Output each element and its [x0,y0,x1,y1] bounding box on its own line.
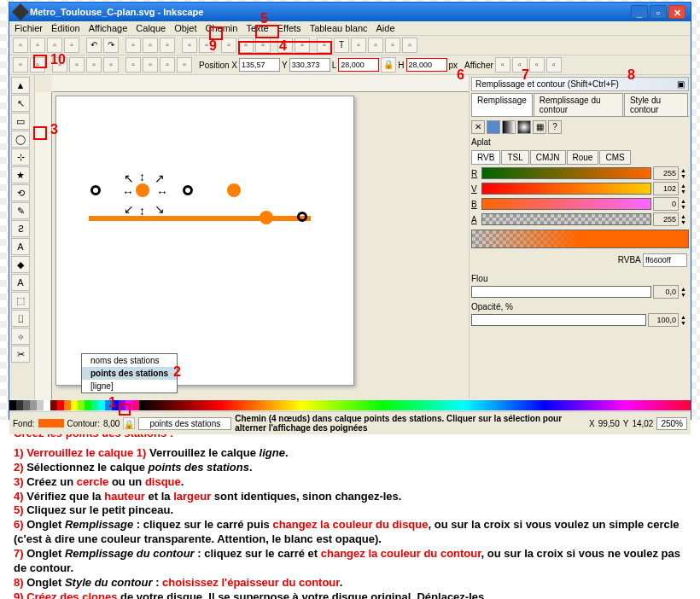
tab-stroke-style[interactable]: Style du contour [624,93,688,116]
tool-fill[interactable]: ✂ [11,346,30,363]
a-value[interactable]: 255 [653,212,679,226]
aff-4[interactable]: ▫ [546,57,562,73]
save-button[interactable]: ▫ [47,38,62,53]
colormode-hsl[interactable]: TSL [501,150,528,165]
sel-tool-icon2[interactable]: ▫ [30,57,45,73]
station-disc-2[interactable] [227,183,241,197]
tool-text[interactable]: A [11,274,30,291]
opacity-slider[interactable] [471,314,646,326]
line-endpoint-circle[interactable] [297,212,307,222]
pos-y-input[interactable] [289,58,330,72]
rgba-input[interactable] [643,253,687,267]
menu-text[interactable]: Texte [246,23,268,33]
menu-edit[interactable]: Édition [51,23,80,33]
bottom-button[interactable]: ▫ [177,57,192,73]
xml-dialog-button[interactable]: ▫ [351,38,366,53]
menu-layer[interactable]: Calque [136,23,166,33]
panel-close-icon[interactable]: ▣ [677,79,685,89]
b-spin[interactable]: ▲▼ [680,198,689,210]
tool-3dbox[interactable]: ⊹ [11,148,30,166]
lower-button[interactable]: ▫ [143,57,158,73]
selection-handles[interactable]: ↖↕↗ ↔↔ ↙↕↘ [127,175,158,206]
doc-prefs-button[interactable]: ▫ [402,38,417,53]
zoom-value[interactable]: 250% [656,417,687,430]
print-button[interactable]: ▫ [64,38,79,53]
contour-value[interactable]: 8,00 [103,419,120,428]
top-button[interactable]: ▫ [160,57,175,73]
colormode-wheel[interactable]: Roue [567,150,599,165]
tool-bezier[interactable]: A [11,238,30,255]
lock-wh-icon[interactable]: 🔒 [381,57,396,73]
blur-value[interactable]: 0,0 [653,285,679,299]
aff-2[interactable]: ▫ [512,57,528,73]
aff-1[interactable]: ▫ [495,57,510,73]
r-spin[interactable]: ▲▼ [680,167,689,179]
tool-star[interactable]: ⟲ [11,184,30,201]
layer-opt-names[interactable]: noms des stations [82,354,177,367]
fill-pattern[interactable]: ▦ [533,120,546,134]
opacity-spin[interactable]: ▲▼ [680,314,689,326]
layer-selector[interactable]: points des stations [138,417,231,430]
tool-calligraphy[interactable]: ◆ [11,256,30,273]
rot-button[interactable]: ▫ [52,57,67,73]
prefs-button[interactable]: ▫ [385,38,400,53]
sel-tool-icon[interactable]: ▫ [13,57,28,73]
fill-none[interactable]: ✕ [471,120,485,134]
tool-zoom[interactable]: ▭ [11,113,30,130]
fill-dialog-button[interactable]: ▫ [317,38,332,53]
colormode-cms[interactable]: CMS [599,150,630,165]
fill-lingrad[interactable] [502,120,516,134]
colormode-cmyk[interactable]: CMJN [530,150,566,165]
tab-stroke-paint[interactable]: Remplissage du contour [534,93,623,116]
pos-x-input[interactable] [239,58,280,72]
b-slider[interactable] [481,198,651,210]
flip-h-button[interactable]: ▫ [86,57,102,73]
b-value[interactable]: 0 [653,197,679,211]
menu-path[interactable]: Chemin [205,23,237,33]
maximize-button[interactable]: ▫ [650,5,667,19]
raise-button[interactable]: ▫ [125,57,141,73]
v-value[interactable]: 102 [653,182,679,195]
paste-button[interactable]: ▫ [143,38,158,53]
opacity-value[interactable]: 100,0 [648,313,679,327]
flip-v-button[interactable]: ▫ [103,57,119,73]
menu-help[interactable]: Aide [376,23,395,33]
group-button[interactable]: ▫ [277,38,293,53]
units-label[interactable]: px [449,61,458,70]
zoom-button[interactable]: ▫ [182,38,197,53]
v-slider[interactable] [481,183,651,195]
clone-button[interactable]: ▫ [238,38,254,53]
menu-view[interactable]: Affichage [89,23,128,33]
ungroup-button[interactable]: ▫ [295,38,310,53]
redo-button[interactable]: ↷ [103,38,119,53]
text-dialog-button[interactable]: T [334,38,349,53]
tool-spiral[interactable]: ✎ [11,202,30,219]
r-value[interactable]: 255 [653,166,679,180]
tool-dropper[interactable]: ⌷ [11,310,30,327]
blur-slider[interactable] [471,286,651,298]
r-slider[interactable] [481,167,651,179]
open-button[interactable]: ▫ [30,38,45,53]
lock-layer-icon[interactable]: 🔒 [123,417,135,429]
tool-node[interactable]: ↖ [11,95,30,112]
menu-whiteboard[interactable]: Tableau blanc [310,23,368,33]
close-button[interactable]: ✕ [668,5,685,19]
metro-line[interactable] [89,216,311,221]
copy-button[interactable]: ▫ [125,38,141,53]
tool-selector[interactable]: ▲ [11,77,30,94]
cut-button[interactable]: ▫ [160,38,175,53]
duplicate-button[interactable]: ▫ [221,38,236,53]
menu-effects[interactable]: Effets [277,23,301,33]
line-endpoint-disc[interactable] [260,211,273,224]
undo-button[interactable]: ↶ [86,38,102,53]
height-input[interactable] [406,58,447,72]
fond-swatch[interactable] [38,419,64,427]
layer-opt-line[interactable]: [ligne] [82,380,177,393]
a-slider[interactable] [481,213,651,225]
tool-gradient[interactable]: ⬚ [11,292,30,309]
canvas[interactable]: ↖↕↗ ↔↔ ↙↕↘ [55,96,354,386]
colormode-rgb[interactable]: RVB [471,150,500,165]
minimize-button[interactable]: _ [631,5,648,19]
new-button[interactable]: ▫ [13,38,28,53]
blur-spin[interactable]: ▲▼ [680,286,689,298]
